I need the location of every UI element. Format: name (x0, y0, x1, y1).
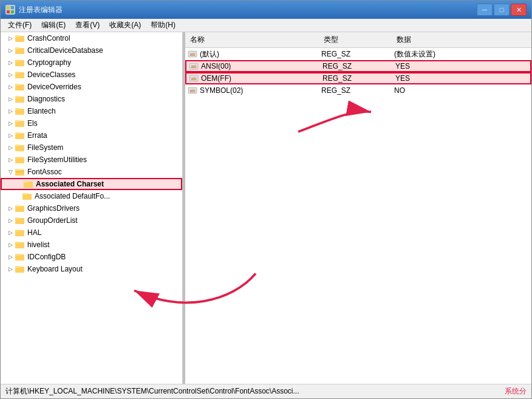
tree-item-label: GraphicsDrivers (27, 204, 80, 213)
window-title: 注册表编辑器 (19, 5, 477, 15)
registry-row-default[interactable]: ab (默认) REG_SZ (数值未设置) (185, 48, 531, 60)
svg-text:ab: ab (191, 76, 197, 81)
maximize-button[interactable]: □ (494, 4, 510, 16)
expand-icon: ▷ (5, 58, 15, 67)
tree-item-idconfigdb[interactable]: ▷ IDConfigDB (1, 251, 182, 263)
svg-rect-20 (15, 120, 19, 122)
svg-rect-6 (15, 35, 19, 37)
tree-item-fontassoc[interactable]: ▽ FontAssoc (1, 166, 182, 178)
menu-edit[interactable]: 编辑(E) (36, 19, 70, 32)
status-bar: 计算机\HKEY_LOCAL_MACHINE\SYSTEM\CurrentCon… (1, 384, 531, 398)
menu-bar: 文件(F) 编辑(E) 查看(V) 收藏夹(A) 帮助(H) (1, 19, 531, 32)
folder-icon (15, 216, 25, 225)
registry-row-ansi[interactable]: ab ANSI(00) REG_SZ YES (185, 60, 531, 72)
expand-icon: ▷ (5, 203, 15, 213)
registry-row-symbol[interactable]: ab SYMBOL(02) REG_SZ NO (185, 84, 531, 97)
col-header-name: 名称 (185, 33, 319, 46)
tree-item-label: hivelist (27, 240, 50, 249)
reg-entry-type: REG_SZ (322, 74, 395, 83)
column-headers: 名称 类型 数据 (185, 32, 531, 48)
folder-icon (24, 180, 33, 188)
folder-icon (15, 143, 25, 152)
tree-item-label: FontAssoc (27, 168, 62, 176)
folder-icon (15, 265, 25, 273)
tree-item-hal[interactable]: ▷ HAL (1, 227, 182, 239)
expand-icon: ▷ (5, 82, 15, 92)
menu-help[interactable]: 帮助(H) (146, 19, 180, 32)
tree-item-label: Diagnostics (27, 95, 65, 103)
svg-rect-0 (7, 6, 10, 9)
expand-icon: ▷ (5, 155, 15, 165)
reg-entry-data: (数值未设置) (394, 49, 529, 60)
tree-item-crashcontrol[interactable]: ▷ CrashControl (1, 32, 182, 44)
tree-item-errata[interactable]: ▷ Errata (1, 129, 182, 142)
close-button[interactable]: ✕ (511, 4, 527, 16)
reg-value-icon: ab (188, 50, 197, 58)
tree-item-elantech[interactable]: ▷ Elantech (1, 105, 182, 117)
tree-item-keyboardlayout[interactable]: ▷ Keyboard Layout (1, 263, 182, 275)
tree-item-label: DeviceClasses (27, 70, 75, 79)
tree-item-label: FileSystem (27, 143, 63, 152)
expand-icon: ▷ (5, 131, 15, 140)
svg-rect-26 (15, 157, 19, 159)
svg-rect-39 (15, 230, 19, 231)
menu-file[interactable]: 文件(F) (3, 19, 36, 32)
svg-text:ab: ab (191, 64, 197, 69)
tree-item-label: Errata (27, 131, 47, 140)
reg-entry-type: REG_SZ (321, 86, 394, 95)
tree-item-label: CrashControl (27, 34, 70, 43)
svg-rect-14 (15, 84, 19, 86)
svg-rect-12 (15, 72, 19, 73)
reg-entry-type: REG_SZ (321, 50, 394, 58)
svg-text:ab: ab (190, 52, 196, 57)
expand-icon: ▷ (5, 106, 15, 116)
svg-rect-10 (15, 60, 19, 61)
tree-item-associateddefaultfont[interactable]: Associated DefaultFo... (1, 190, 182, 202)
folder-icon (15, 155, 25, 164)
tree-item-label: Cryptography (27, 58, 71, 67)
reg-value-icon: ab (188, 86, 197, 95)
folder-icon-open (15, 168, 25, 176)
col-header-type: 类型 (319, 33, 392, 46)
tree-item-diagnostics[interactable]: ▷ Diagnostics (1, 93, 182, 105)
expand-icon: ▷ (5, 264, 15, 274)
registry-row-oem[interactable]: ab OEM(FF) REG_SZ YES (185, 72, 531, 84)
minimize-button[interactable]: ─ (477, 4, 493, 16)
menu-view[interactable]: 查看(V) (70, 19, 104, 32)
svg-rect-18 (15, 108, 19, 110)
menu-favorites[interactable]: 收藏夹(A) (104, 19, 146, 32)
reg-entry-data: NO (394, 86, 529, 95)
folder-icon (15, 95, 25, 103)
tree-item-grouporderlist[interactable]: ▷ GroupOrderList (1, 214, 182, 227)
folder-icon (15, 70, 25, 79)
registry-entries: ab (默认) REG_SZ (数值未设置) ab ANSI( (185, 48, 531, 384)
svg-rect-1 (11, 6, 14, 9)
tree-item-criticaldevice[interactable]: ▷ CriticalDeviceDatabase (1, 44, 182, 56)
window-controls: ─ □ ✕ (477, 4, 527, 16)
svg-rect-24 (15, 145, 19, 146)
folder-icon (15, 107, 25, 115)
main-content: ▷ CrashControl ▷ CriticalDeviceDatabase … (1, 32, 531, 384)
tree-item-els[interactable]: ▷ Els (1, 117, 182, 129)
tree-item-label: DeviceOverrides (27, 83, 81, 91)
folder-icon (15, 240, 25, 249)
folder-icon (15, 34, 25, 43)
tree-item-deviceclasses[interactable]: ▷ DeviceClasses (1, 69, 182, 81)
folder-icon (15, 253, 25, 261)
svg-rect-33 (22, 193, 27, 195)
tree-item-filesystem[interactable]: ▷ FileSystem (1, 142, 182, 154)
tree-item-label: Associated Charset (36, 180, 104, 188)
folder-icon (15, 204, 25, 213)
reg-entry-name: SYMBOL(02) (200, 86, 321, 95)
tree-item-hivelist[interactable]: ▷ hivelist (1, 239, 182, 251)
tree-item-cryptography[interactable]: ▷ Cryptography (1, 56, 182, 69)
reg-entry-name: ANSI(00) (201, 62, 322, 70)
tree-item-deviceoverrides[interactable]: ▷ DeviceOverrides (1, 81, 182, 93)
registry-editor-window: 注册表编辑器 ─ □ ✕ 文件(F) 编辑(E) 查看(V) 收藏夹(A) 帮助… (0, 0, 532, 399)
tree-content[interactable]: ▷ CrashControl ▷ CriticalDeviceDatabase … (1, 32, 182, 384)
expand-icon: ▷ (5, 228, 15, 237)
tree-item-associatedcharset[interactable]: Associated Charset (1, 178, 182, 190)
tree-item-filesystemutils[interactable]: ▷ FileSystemUtilities (1, 154, 182, 166)
tree-item-graphicsdrivers[interactable]: ▷ GraphicsDrivers (1, 202, 182, 214)
expand-icon: ▷ (5, 252, 15, 262)
